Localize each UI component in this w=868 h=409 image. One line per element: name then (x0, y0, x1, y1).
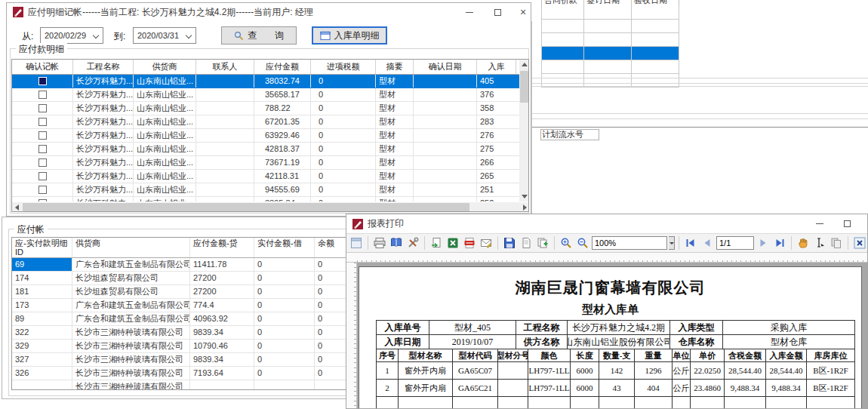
window-icon[interactable] (349, 235, 364, 251)
page-indicator-input[interactable] (716, 236, 754, 250)
maximize-button[interactable] (836, 214, 858, 232)
table-row[interactable]: 322 长沙市三湘特种玻璃有限公司 9839.34 0 0 (12, 326, 397, 340)
query-button[interactable]: 查 询 (221, 26, 297, 45)
hand-tool-icon[interactable] (796, 235, 811, 251)
table-row[interactable]: 长沙万科魅力... 山东南山铝业... 63929.46 0 型材 276 (12, 129, 519, 143)
chevron-down-icon (93, 32, 99, 38)
copy-icon[interactable] (829, 235, 844, 251)
table-row[interactable]: 长沙万科魅力... 山东南山铝业... 3895.84 0 型材 252 (12, 197, 519, 201)
vertical-scrollbar[interactable] (519, 60, 529, 201)
table-row[interactable]: 69 广东合和建筑五金制品有限公司 11411.78 0 0 (12, 258, 397, 272)
confirm-checkbox[interactable] (38, 104, 47, 112)
confirm-checkbox[interactable] (38, 77, 47, 85)
confirm-checkbox[interactable] (38, 158, 47, 167)
separator (368, 236, 368, 250)
table-row[interactable]: 长沙万科魅力... 山东南山铝业... 42818.37 0 型材 275 (12, 143, 519, 156)
column-header: 实付金额-借 (254, 238, 315, 257)
table-row[interactable]: 181 长沙坦森贸易有限公司 27200 0 0 (12, 285, 397, 299)
table-row[interactable]: 长沙万科魅力... 山东南山铝业... 788.22 0 型材 358 (12, 102, 519, 115)
scroll-up-button[interactable] (519, 60, 529, 69)
tools-icon[interactable] (405, 235, 420, 251)
column-header: 应-实付款明细ID (12, 238, 72, 257)
window-title: 应付明细记帐------当前工程: 长沙万科魅力之城4.2期------当前用户… (28, 6, 313, 19)
confirm-checkbox[interactable] (38, 145, 47, 153)
confirm-checkbox[interactable] (38, 91, 47, 99)
grid-body: 长沙万科魅力... 山东南山铝业... 38032.74 0 型材 405 长沙… (12, 75, 519, 201)
confirm-checkbox[interactable] (38, 118, 47, 126)
payable-detail-titlebar[interactable]: 应付明细记帐------当前工程: 长沙万科魅力之城4.2期------当前用户… (7, 3, 531, 21)
scroll-down-button[interactable] (519, 192, 529, 201)
confirm-checkbox[interactable] (38, 172, 47, 180)
table-row[interactable]: 长沙市三湘特种玻璃有限公司 (12, 380, 397, 390)
close-button[interactable]: × (514, 3, 532, 21)
table-row[interactable] (541, 6, 679, 20)
save-icon[interactable] (502, 235, 517, 251)
separator (497, 236, 498, 250)
confirm-checkbox[interactable] (38, 199, 47, 201)
page-icon[interactable] (519, 235, 534, 251)
from-date-picker[interactable]: 2020/02/29 (40, 27, 103, 44)
to-label: 到: (114, 30, 125, 43)
table-row[interactable]: 326 长沙市三湘特种玻璃有限公司 7193.64 0 0 (12, 367, 397, 380)
previous-page-icon[interactable] (700, 235, 715, 251)
table-row[interactable]: 327 长沙市三湘特种玻璃有限公司 9839.34 0 0 (12, 353, 397, 367)
close-preview-icon[interactable] (852, 235, 867, 251)
add-pages-icon[interactable] (535, 235, 550, 251)
horizontal-ruler (346, 253, 867, 263)
table-row[interactable] (541, 47, 679, 60)
scrollbar-thumb[interactable] (520, 71, 529, 103)
info-row: 入库单号 型材_405 工程名称 长沙万科魅力之城4.2期 入库类型 采购入库 (377, 321, 855, 335)
confirm-checkbox[interactable] (38, 131, 47, 140)
print-preview-area[interactable]: 湖南巨晟门窗幕墙有限公司 型材入库单 入库单号 型材_405 工程名称 长沙万科… (346, 263, 867, 408)
book-icon[interactable] (389, 235, 404, 251)
table-row[interactable]: 174 长沙坦森贸易有限公司 27200 0 0 (12, 272, 397, 285)
scroll-right-button[interactable] (520, 202, 529, 212)
table-row[interactable]: 长沙万科魅力... 山东南山铝业... 67201.35 0 型材 283 (12, 115, 519, 129)
table-row[interactable]: 长沙万科魅力... 山东南山铝业... 73671.19 0 型材 266 (12, 156, 519, 170)
email-icon[interactable] (479, 235, 494, 251)
column-header: 数量-支 (599, 349, 635, 362)
zoom-in-icon[interactable] (559, 235, 574, 251)
export-icon[interactable] (429, 235, 444, 251)
table-row[interactable] (541, 20, 679, 33)
table-row[interactable]: 329 长沙市三湘特种玻璃有限公司 10790.46 0 0 (12, 340, 397, 353)
table-row[interactable]: 173 广东合和建筑五金制品有限公司 774.4 0 0 (12, 299, 397, 312)
to-date-picker[interactable]: 2020/03/31 (133, 27, 196, 44)
app-icon (352, 219, 363, 229)
minimize-button[interactable] (458, 3, 481, 21)
pdf-export-icon[interactable] (462, 235, 477, 251)
zoom-dropdown-button[interactable] (669, 236, 675, 250)
table-row[interactable]: 长沙万科魅力... 山东南山铝业... 42118.31 0 型材 265 (12, 170, 519, 183)
minimize-button[interactable] (808, 214, 831, 232)
close-button[interactable]: × (863, 214, 868, 232)
next-page-icon[interactable] (756, 235, 771, 251)
column-header: 摘要 (376, 60, 414, 74)
zoom-out-icon[interactable] (575, 235, 590, 251)
table-row[interactable]: 长沙万科魅力... 山东南山铝业... 35658.17 0 型材 376 (12, 88, 519, 102)
separator (679, 236, 679, 250)
excel-export-icon[interactable] (445, 235, 460, 251)
last-page-icon[interactable] (772, 235, 787, 251)
table-row[interactable] (541, 60, 679, 74)
window-title: 报表打印 (368, 217, 404, 230)
scrollbar-thumb[interactable] (23, 203, 469, 211)
text-select-tool-icon[interactable] (812, 235, 827, 251)
info-row: 入库日期 2019/10/07 供方名称 山东南山铝业股份有限公司 仓库名称 型… (377, 335, 855, 349)
maximize-button[interactable] (486, 3, 509, 21)
inbound-detail-button[interactable]: 入库单明细 (312, 26, 387, 45)
first-page-icon[interactable] (683, 235, 698, 251)
column-header: 入库金额 (766, 349, 807, 362)
table-row[interactable]: 长沙万科魅力... 山东南山铝业... 94555.69 0 型材 251 (12, 183, 519, 197)
table-row[interactable]: 长沙万科魅力... 山东南山铝业... 38032.74 0 型材 405 (12, 75, 519, 88)
report-form-title: 型材入库单 (359, 303, 861, 317)
zoom-level-input[interactable] (592, 236, 667, 250)
table-row[interactable]: 89 广东合和建筑五金制品有限公司 40963.92 0 0 (12, 312, 397, 326)
print-icon[interactable] (372, 235, 387, 251)
horizontal-scrollbar[interactable] (12, 202, 529, 212)
table-row[interactable] (541, 33, 679, 47)
column-header: 重量 (635, 349, 673, 362)
report-print-titlebar[interactable]: 报表打印 × (346, 214, 867, 233)
scroll-left-button[interactable] (12, 202, 22, 212)
desktop: { "colors": { "selection_blue": "#0078d7… (0, 0, 868, 409)
confirm-checkbox[interactable] (38, 186, 47, 194)
